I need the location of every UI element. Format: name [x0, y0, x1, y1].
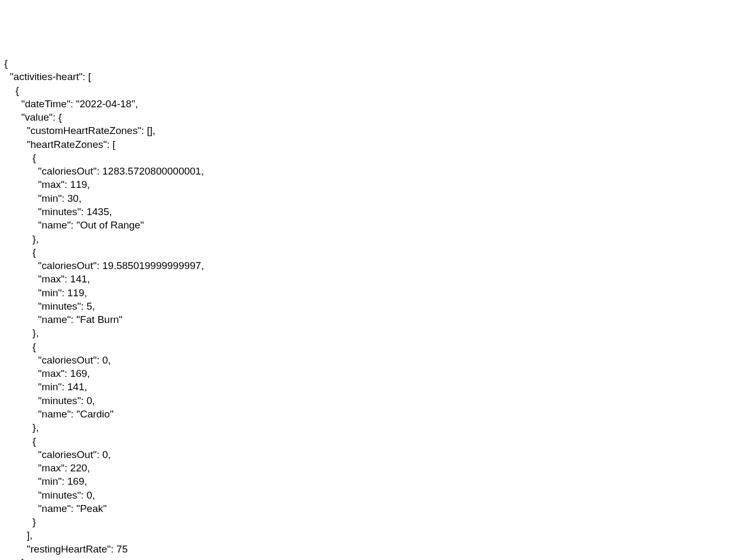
json-key: value: [25, 112, 49, 123]
json-key: customHeartRateZones: [30, 125, 138, 136]
json-key: caloriesOut: [42, 354, 93, 366]
json-key: minutes: [42, 206, 77, 217]
json-key: name: [42, 219, 67, 231]
json-key: caloriesOut: [42, 449, 93, 460]
json-key: min: [42, 193, 58, 204]
json-value: Fat Burn: [80, 314, 119, 325]
json-value: Out of Range: [80, 219, 141, 231]
json-key: min: [42, 287, 58, 298]
json-value: 19.585019999999997: [103, 260, 201, 271]
json-value: 5: [87, 301, 92, 312]
json-key: max: [42, 462, 61, 474]
json-value: 0: [103, 449, 108, 460]
json-key: activities-heart: [13, 71, 79, 82]
json-key: heartRateZones: [30, 139, 103, 150]
json-value: 169: [70, 368, 87, 379]
json-value: Peak: [80, 503, 103, 514]
json-key: max: [42, 368, 61, 379]
json-value: 0: [87, 490, 92, 501]
json-key: minutes: [42, 490, 77, 501]
json-key: caloriesOut: [42, 165, 93, 177]
json-document: { "activities-heart": [ { "dateTime": "2…: [4, 57, 744, 560]
json-key: max: [42, 179, 61, 190]
json-value: Cardio: [80, 408, 110, 420]
json-key: caloriesOut: [42, 260, 93, 271]
json-value: 75: [116, 543, 128, 555]
json-value: 30: [67, 193, 79, 204]
json-value: 169: [67, 476, 84, 487]
json-key: name: [42, 314, 67, 325]
json-value: 119: [67, 287, 84, 298]
json-value: 1283.5720800000001: [103, 165, 201, 177]
json-value: 119: [70, 179, 87, 190]
json-key: minutes: [42, 301, 77, 312]
json-key: min: [42, 476, 58, 487]
json-value: 220: [70, 462, 87, 474]
json-value: 1435: [87, 206, 109, 217]
json-key: name: [42, 503, 67, 514]
json-value: 141: [67, 381, 84, 392]
json-value: 141: [70, 273, 87, 285]
json-key: dateTime: [25, 98, 67, 109]
json-key: max: [42, 273, 61, 285]
json-value: 2022-04-18: [80, 98, 131, 109]
json-key: min: [42, 381, 58, 392]
json-value: 0: [87, 395, 92, 406]
json-key: restingHeartRate: [30, 543, 107, 555]
json-key: name: [42, 408, 67, 420]
json-value: 0: [103, 354, 108, 366]
json-key: minutes: [42, 395, 77, 406]
